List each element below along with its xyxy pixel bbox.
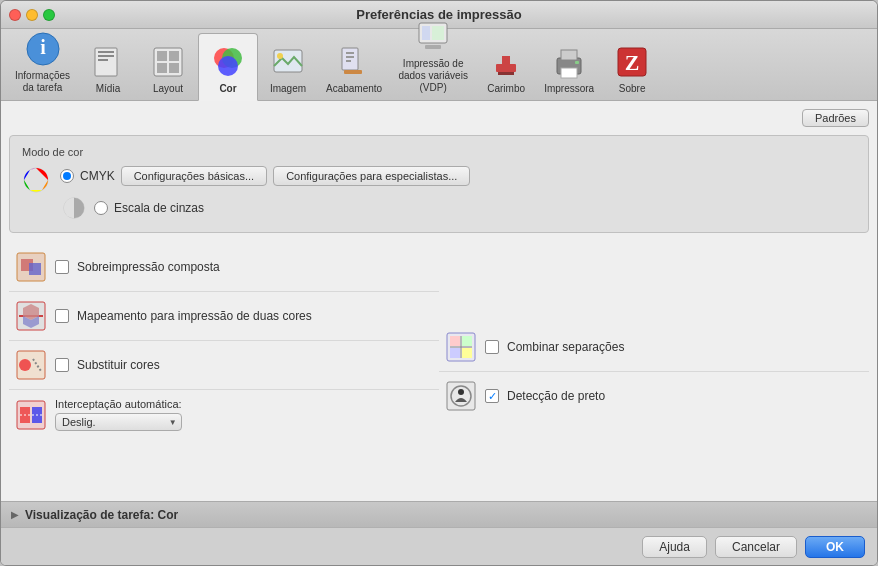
- cmyk-radio[interactable]: [60, 169, 74, 183]
- color-mode-title: Modo de cor: [22, 146, 856, 158]
- info-icon: i: [25, 31, 61, 67]
- tab-informacoes[interactable]: i Informações da tarefa: [7, 33, 78, 100]
- bottom-label: Visualização de tarefa: Cor: [25, 508, 178, 522]
- grayscale-radio[interactable]: [94, 201, 108, 215]
- svg-rect-30: [561, 68, 577, 78]
- bottom-panel: ▶ Visualização de tarefa: Cor: [1, 501, 877, 527]
- intercept-controls: Interceptação automática: Deslig.: [55, 398, 182, 431]
- svg-text:Z: Z: [625, 50, 640, 75]
- close-button[interactable]: [9, 9, 21, 21]
- deteccao-label: Detecção de preto: [507, 389, 605, 403]
- toolbar: i Informações da tarefa Mídia: [1, 29, 877, 101]
- intercept-row: Interceptação automática: Deslig.: [9, 390, 439, 439]
- tab-label: Informações da tarefa: [15, 70, 70, 94]
- svg-rect-29: [561, 50, 577, 60]
- main-window: Preferências de impressão i Informações …: [0, 0, 878, 566]
- substituir-icon: [15, 349, 47, 381]
- tab-vdp[interactable]: Impressão de dados variáveis (VDP): [390, 33, 476, 100]
- mapeamento-checkbox[interactable]: [55, 309, 69, 323]
- substituir-label: Substituir cores: [77, 358, 160, 372]
- svg-rect-31: [575, 61, 579, 64]
- cancel-button[interactable]: Cancelar: [715, 536, 797, 558]
- footer: Ajuda Cancelar OK: [1, 527, 877, 565]
- vdp-icon: [415, 19, 451, 55]
- tab-acabamento[interactable]: Acabamento: [318, 33, 390, 100]
- svg-rect-23: [432, 26, 444, 40]
- svg-rect-24: [425, 45, 441, 49]
- printer-icon: [551, 44, 587, 80]
- intercept-label: Interceptação automática:: [55, 398, 182, 410]
- tab-imagem[interactable]: Imagem: [258, 33, 318, 100]
- sobreimpressao-checkbox[interactable]: [55, 260, 69, 274]
- tab-midia[interactable]: Mídia: [78, 33, 138, 100]
- traffic-lights: [9, 9, 55, 21]
- help-button[interactable]: Ajuda: [642, 536, 707, 558]
- minimize-button[interactable]: [26, 9, 38, 21]
- padroes-button[interactable]: Padrões: [802, 109, 869, 127]
- media-icon: [90, 44, 126, 80]
- tab-label: Sobre: [619, 83, 646, 94]
- deteccao-checkbox[interactable]: [485, 389, 499, 403]
- svg-rect-4: [98, 55, 114, 57]
- basic-settings-button[interactable]: Configurações básicas...: [121, 166, 267, 186]
- combinar-label: Combinar separações: [507, 340, 624, 354]
- grayscale-row: Escala de cinzas: [60, 194, 856, 222]
- tab-label: Carimbo: [487, 83, 525, 94]
- svg-rect-3: [98, 51, 114, 53]
- ok-button[interactable]: OK: [805, 536, 865, 558]
- color-mode-section: Modo de cor: [9, 135, 869, 233]
- combinar-icon: [445, 331, 477, 363]
- tab-carimbo[interactable]: Carimbo: [476, 33, 536, 100]
- combinar-row: Combinar separações: [439, 323, 869, 372]
- substituir-checkbox[interactable]: [55, 358, 69, 372]
- image-icon: [270, 44, 306, 80]
- tab-layout[interactable]: Layout: [138, 33, 198, 100]
- svg-rect-7: [157, 51, 167, 61]
- svg-rect-54: [462, 348, 472, 358]
- sobreimpressao-row: Sobreimpressão composta: [9, 243, 439, 292]
- tab-cor[interactable]: Cor: [198, 33, 258, 101]
- svg-point-13: [218, 56, 238, 76]
- intercept-value: Deslig.: [62, 416, 96, 428]
- svg-rect-20: [344, 70, 362, 74]
- cmyk-label: CMYK: [80, 169, 115, 183]
- sobreimpressao-icon: [15, 251, 47, 283]
- mapeamento-row: Mapeamento para impressão de duas cores: [9, 292, 439, 341]
- expert-settings-button[interactable]: Configurações para especialistas...: [273, 166, 470, 186]
- svg-rect-52: [462, 336, 472, 346]
- combinar-checkbox[interactable]: [485, 340, 499, 354]
- svg-rect-9: [157, 63, 167, 73]
- mapeamento-icon: [15, 300, 47, 332]
- svg-rect-18: [346, 56, 354, 58]
- tab-label: Impressora: [544, 83, 594, 94]
- intercept-dropdown[interactable]: Deslig.: [55, 413, 182, 431]
- padrao-bar: Padrões: [9, 109, 869, 127]
- svg-rect-26: [502, 56, 510, 66]
- tab-label: Imagem: [270, 83, 306, 94]
- color-icon: [210, 44, 246, 80]
- svg-rect-22: [422, 26, 430, 40]
- svg-rect-10: [169, 63, 179, 73]
- svg-point-15: [277, 53, 283, 59]
- svg-rect-5: [98, 59, 108, 61]
- intercept-icon: [15, 399, 47, 431]
- color-wheel-icon: [22, 166, 50, 194]
- tab-impressora[interactable]: Impressora: [536, 33, 602, 100]
- tab-label: Impressão de dados variáveis (VDP): [398, 58, 468, 94]
- stamp-icon: [488, 44, 524, 80]
- svg-rect-19: [346, 60, 351, 62]
- svg-rect-53: [450, 348, 460, 358]
- svg-rect-51: [450, 336, 460, 346]
- finishing-icon: [336, 44, 372, 80]
- tab-label: Mídia: [96, 83, 120, 94]
- maximize-button[interactable]: [43, 9, 55, 21]
- substituir-row: Substituir cores: [9, 341, 439, 390]
- left-column: Sobreimpressão composta Mapeamento para …: [9, 243, 439, 439]
- cmyk-row: CMYK Configurações básicas... Configuraç…: [60, 166, 856, 186]
- expand-icon[interactable]: ▶: [11, 509, 19, 520]
- tab-sobre[interactable]: Z Sobre: [602, 33, 662, 100]
- options-grid: Sobreimpressão composta Mapeamento para …: [9, 243, 869, 439]
- right-column: Combinar separações Detecção de preto: [439, 243, 869, 439]
- sobreimpressao-label: Sobreimpressão composta: [77, 260, 220, 274]
- grayscale-label: Escala de cinzas: [114, 201, 204, 215]
